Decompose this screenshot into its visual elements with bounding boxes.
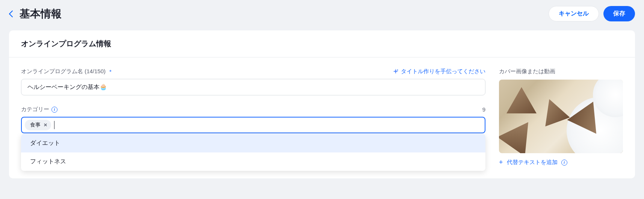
info-icon[interactable]: i — [561, 160, 567, 166]
category-field: カテゴリー i 9 食事 ✕ ダイエット フィットネス — [21, 106, 485, 133]
category-tag-input[interactable]: 食事 ✕ — [21, 117, 485, 133]
category-limit: 9 — [482, 106, 485, 113]
back-chevron-icon[interactable] — [9, 11, 13, 17]
tag-remove-icon[interactable]: ✕ — [44, 122, 47, 128]
alt-text-add-link[interactable]: + 代替テキストを追加 i — [499, 158, 567, 166]
plus-icon: + — [499, 158, 503, 166]
text-cursor-icon — [54, 121, 54, 129]
cancel-button[interactable]: キャンセル — [549, 6, 599, 21]
category-label-text: カテゴリー — [21, 106, 49, 113]
header-buttons: キャンセル 保存 — [549, 6, 635, 21]
field-label-row: オンラインプログラム名 (14/150) * タイトル作りを手伝ってください — [21, 68, 485, 75]
panel-heading: オンラインプログラム情報 — [21, 39, 623, 49]
program-name-input[interactable] — [21, 79, 485, 95]
cover-column: カバー画像または動画 + 代替テキストを追加 i — [499, 68, 623, 166]
sparkle-icon — [393, 69, 399, 75]
title-helper-text: タイトル作りを手伝ってください — [401, 68, 485, 75]
form-column: オンラインプログラム名 (14/150) * タイトル作りを手伝ってください — [21, 68, 485, 166]
category-dropdown: ダイエット フィットネス — [21, 134, 485, 171]
program-name-label-text: オンラインプログラム名 (14/150) — [21, 68, 106, 75]
field-label-row: カテゴリー i 9 — [21, 106, 485, 113]
info-icon[interactable]: i — [51, 107, 57, 113]
page-title: 基本情報 — [20, 7, 62, 21]
alt-text-link-label: 代替テキストを追加 — [507, 159, 558, 166]
cover-image-preview[interactable] — [499, 80, 623, 153]
panel-header: オンラインプログラム情報 — [9, 30, 635, 57]
cover-label: カバー画像または動画 — [499, 68, 623, 75]
required-asterisk-icon: * — [109, 68, 112, 75]
main-panel: オンラインプログラム情報 オンラインプログラム名 (14/150) * — [9, 30, 635, 178]
tag-chip-label: 食事 — [30, 122, 41, 128]
program-name-label: オンラインプログラム名 (14/150) * — [21, 68, 112, 75]
title-helper-link[interactable]: タイトル作りを手伝ってください — [393, 68, 485, 75]
header-left: 基本情報 — [9, 7, 62, 21]
dropdown-item[interactable]: フィットネス — [21, 152, 485, 171]
save-button[interactable]: 保存 — [603, 6, 635, 21]
panel-body: オンラインプログラム名 (14/150) * タイトル作りを手伝ってください — [9, 57, 635, 178]
category-tag-chip: 食事 ✕ — [25, 120, 51, 130]
category-label: カテゴリー i — [21, 106, 57, 113]
dropdown-item[interactable]: ダイエット — [21, 134, 485, 152]
page-header: 基本情報 キャンセル 保存 — [0, 0, 644, 27]
program-name-field: オンラインプログラム名 (14/150) * タイトル作りを手伝ってください — [21, 68, 485, 95]
